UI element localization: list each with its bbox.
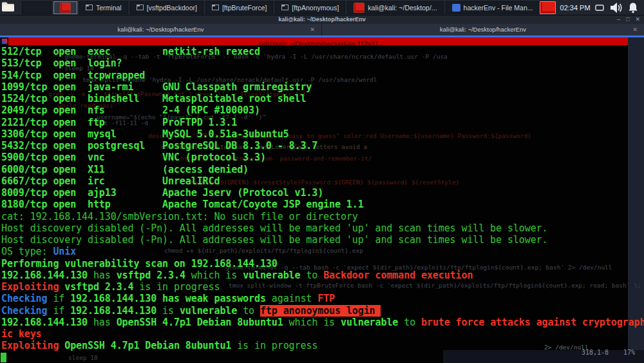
red-terminal-app-icon (354, 3, 365, 13)
tab-close-icon[interactable]: ✕ (632, 24, 638, 35)
terminal-line: 513/tcp open login? (1, 57, 644, 69)
top-panel: Terminal[vsftpdBackdoor][ftpBruteForce][… (0, 0, 644, 15)
display-icon[interactable] (595, 1, 604, 14)
taskbar-window-label: [ftpAnonymous] (292, 4, 339, 12)
terminal-line: 6000/tcp open X11 (access denied) (1, 164, 644, 175)
terminal-line: Host discovery disabled (-Pn). All addre… (1, 222, 644, 234)
taskbar-window-button[interactable]: Terminal (79, 1, 128, 14)
taskbar-window-label: hackerEnv - File Man... (464, 4, 533, 12)
notifications-icon[interactable] (627, 1, 639, 14)
terminal-line: cat: 192.168.144.130/smbVersion.txt: No … (1, 211, 644, 222)
terminal-line: OS type: Unix (1, 246, 644, 257)
file-manager-icon[interactable] (1, 0, 15, 13)
terminal-line: ic keys (1, 328, 644, 340)
tab-close-icon[interactable]: ✕ (310, 24, 315, 35)
terminal-line: 1524/tcp open bindshell Metasploitable r… (1, 93, 644, 104)
clock[interactable]: 02:34 PM (560, 4, 591, 12)
terminal-line: 1099/tcp open java-rmi GNU Classpath grm… (1, 81, 644, 93)
close-button[interactable]: ✕ (635, 15, 640, 24)
tab-title: kali@kali: ~/Desktop/hackerEnv (322, 24, 644, 35)
vim-percent-indicator: 17% (623, 349, 635, 356)
desktop: Terminal[vsftpdBackdoor][ftpBruteForce][… (0, 0, 644, 363)
terminal-line: 5432/tcp open postgresql PostgreSQL DB 8… (1, 140, 644, 152)
terminal-line: 514/tcp open tcpwrapped (1, 70, 644, 81)
taskbar-window-label: kali@kali: ~/Desktop/... (368, 4, 437, 12)
terminal-line: Performing vulnerability scan on 192.168… (1, 258, 644, 270)
terminal-tab[interactable]: kali@kali: ~/Desktop/hackerEnv✕ (322, 24, 644, 35)
terminal-viewport[interactable]: gnome-terminal -q --tab -t 'ftpBruteForc… (0, 45, 644, 363)
taskbar-window-button[interactable]: [ftpAnonymous] (275, 1, 345, 14)
terminal-line: 8180/tcp open http Apache Tomcat/Coyote … (1, 199, 644, 210)
urgent-window-icon (0, 37, 8, 45)
system-tray: 02:34 PM (540, 1, 644, 14)
maximize-button[interactable]: □ (626, 15, 629, 24)
file-manager-app-icon (452, 4, 460, 12)
taskbar-window-label: Terminal (96, 4, 122, 12)
red-terminal-app-icon (60, 3, 71, 13)
volume-icon[interactable] (609, 1, 623, 14)
window-edge (628, 37, 644, 45)
terminal-line: 512/tcp open exec netkit-rsh rexecd (1, 46, 644, 57)
terminal-line: 192.168.144.130 has vsftpd 2.3.4 which i… (1, 270, 644, 281)
taskbar-window-button[interactable] (53, 1, 77, 14)
taskbar-window-button[interactable]: [ftpBruteForce] (205, 1, 273, 14)
terminal-line: 192.168.144.130 has OpenSSH 4.7p1 Debian… (1, 317, 644, 328)
window-icon (212, 5, 219, 10)
terminal-line: Host discovery disabled (-Pn). All addre… (1, 234, 644, 246)
terminal-cursor (1, 353, 6, 362)
window-title: kali@kali: ~/Desktop/hackerEnv (0, 15, 644, 24)
taskbar-window-label: [vsftpdBackdoor] (147, 4, 197, 12)
terminal-tab[interactable]: kali@kali: ~/Desktop/hackerEnv✕ (0, 24, 322, 35)
taskbar-window-button[interactable]: hackerEnv - File Man... (446, 1, 540, 14)
terminal-line: Exploiting vsftpd 2.3.4 is in progress (1, 281, 644, 293)
urgent-window-titlebar[interactable]: kali@kali: ~/Desktop/hackerEnv 112x27 (0, 37, 644, 45)
terminal-tabbar: kali@kali: ~/Desktop/hackerEnv✕kali@kali… (0, 24, 644, 35)
terminal-line: 2049/tcp open nfs 2-4 (RPC #100003) (1, 104, 644, 116)
window-icon (86, 5, 93, 10)
window-titlebar[interactable]: kali@kali: ~/Desktop/hackerEnv – □ ✕ (0, 15, 644, 24)
window-icon (281, 5, 289, 10)
terminal-line: Checking if 192.168.144.130 is vulnerabl… (1, 305, 644, 317)
terminal-output: 512/tcp open exec netkit-rsh rexecd513/t… (1, 46, 644, 352)
vim-position-indicator: 318,1-8 (582, 349, 609, 356)
tray-red-app-icon[interactable] (540, 1, 556, 14)
underlying-window-strip (443, 350, 644, 363)
terminal-line: 5900/tcp open vnc VNC (protocol 3.3) (1, 152, 644, 163)
minimize-button[interactable]: – (617, 15, 620, 24)
terminal-line: 2121/tcp open ftp ProFTPD 1.3.1 (1, 117, 644, 128)
ghost-text: sleep 10 (68, 354, 98, 361)
window-icon (137, 5, 144, 10)
terminal-line: Checking if 192.168.144.130 has weak pas… (1, 293, 644, 304)
taskbar: Terminal[vsftpdBackdoor][ftpBruteForce][… (22, 0, 540, 15)
tab-title: kali@kali: ~/Desktop/hackerEnv (0, 24, 321, 35)
terminal-line: 6667/tcp open irc UnrealIRCd (1, 175, 644, 187)
taskbar-window-button[interactable]: [vsftpdBackdoor] (130, 1, 204, 14)
terminal-line: 8009/tcp open ajp13 Apache Jserv (Protoc… (1, 187, 644, 199)
taskbar-window-button[interactable] (22, 1, 52, 14)
terminal-line: Exploiting OpenSSH 4.7p1 Debian 8ubuntu1… (1, 340, 644, 351)
taskbar-window-label: [ftpBruteForce] (222, 4, 267, 12)
terminal-line: 3306/tcp open mysql MySQL 5.0.51a-3ubunt… (1, 128, 644, 140)
taskbar-window-button[interactable]: kali@kali: ~/Desktop/... (347, 1, 443, 14)
